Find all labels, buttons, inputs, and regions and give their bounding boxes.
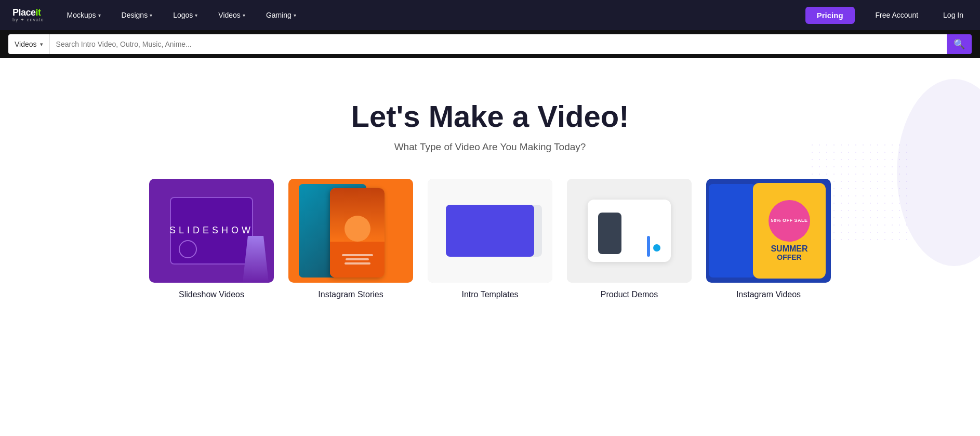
card-label-slideshow: Slideshow Videos bbox=[179, 290, 244, 299]
search-button[interactable]: 🔍 bbox=[947, 34, 972, 54]
card-visual-instagram-videos: 50% off sale SUMMER OFFER bbox=[706, 179, 831, 283]
pricing-button[interactable]: Pricing bbox=[805, 7, 855, 24]
card-label-intro-templates: Intro Templates bbox=[461, 290, 518, 299]
cards-row: Slideshow Slideshow Videos bbox=[128, 153, 852, 320]
chevron-down-icon: ▾ bbox=[294, 12, 296, 18]
card-product-demos[interactable]: Product Demos bbox=[567, 179, 692, 299]
logo[interactable]: Placeit by ✦ envato bbox=[12, 8, 44, 22]
summer-offer-badge: 50% off sale bbox=[769, 200, 810, 242]
hero-section: Let's Make a Video! What Type of Video A… bbox=[0, 58, 980, 344]
offer-text: OFFER bbox=[777, 253, 801, 261]
chevron-down-icon: ▾ bbox=[98, 12, 101, 18]
summer-text: SUMMER bbox=[771, 245, 807, 253]
nav-designs[interactable]: Designs ▾ bbox=[120, 0, 155, 30]
hero-title: Let's Make a Video! bbox=[351, 100, 629, 133]
logo-sub: by ✦ envato bbox=[12, 18, 44, 22]
nav-logos[interactable]: Logos ▾ bbox=[171, 0, 200, 30]
card-instagram-videos[interactable]: 50% off sale SUMMER OFFER Instagram Vide… bbox=[706, 179, 831, 299]
chevron-down-icon: ▾ bbox=[40, 41, 43, 48]
hero-subtitle: What Type of Video Are You Making Today? bbox=[394, 141, 586, 153]
card-visual-intro-templates bbox=[428, 179, 552, 283]
logo-text: Placeit bbox=[12, 8, 44, 17]
nav-mockups[interactable]: Mockups ▾ bbox=[65, 0, 103, 30]
card-intro-templates[interactable]: Intro Templates bbox=[428, 179, 552, 299]
nav-gaming[interactable]: Gaming ▾ bbox=[264, 0, 298, 30]
chevron-down-icon: ▾ bbox=[243, 12, 245, 18]
card-label-instagram-stories: Instagram Stories bbox=[318, 290, 383, 299]
search-input-wrap bbox=[50, 34, 947, 54]
search-type-selector[interactable]: Videos ▾ bbox=[8, 34, 50, 54]
card-visual-instagram-stories bbox=[288, 179, 413, 283]
card-visual-slideshow: Slideshow bbox=[149, 179, 274, 283]
login-button[interactable]: Log In bbox=[939, 11, 968, 19]
search-type-label: Videos bbox=[15, 40, 37, 48]
card-slideshow[interactable]: Slideshow Slideshow Videos bbox=[149, 179, 274, 299]
chevron-down-icon: ▾ bbox=[195, 12, 197, 18]
navbar: Placeit by ✦ envato Mockups ▾ Designs ▾ … bbox=[0, 0, 980, 30]
card-visual-product-demos bbox=[567, 179, 692, 283]
card-label-instagram-videos: Instagram Videos bbox=[736, 290, 801, 299]
free-account-button[interactable]: Free Account bbox=[871, 11, 923, 19]
nav-videos[interactable]: Videos ▾ bbox=[216, 0, 247, 30]
card-instagram-stories[interactable]: Instagram Stories bbox=[288, 179, 413, 299]
search-input[interactable] bbox=[50, 34, 947, 54]
card-label-product-demos: Product Demos bbox=[601, 290, 658, 299]
search-icon: 🔍 bbox=[953, 38, 965, 50]
chevron-down-icon: ▾ bbox=[150, 12, 152, 18]
search-bar: Videos ▾ 🔍 bbox=[0, 30, 980, 58]
